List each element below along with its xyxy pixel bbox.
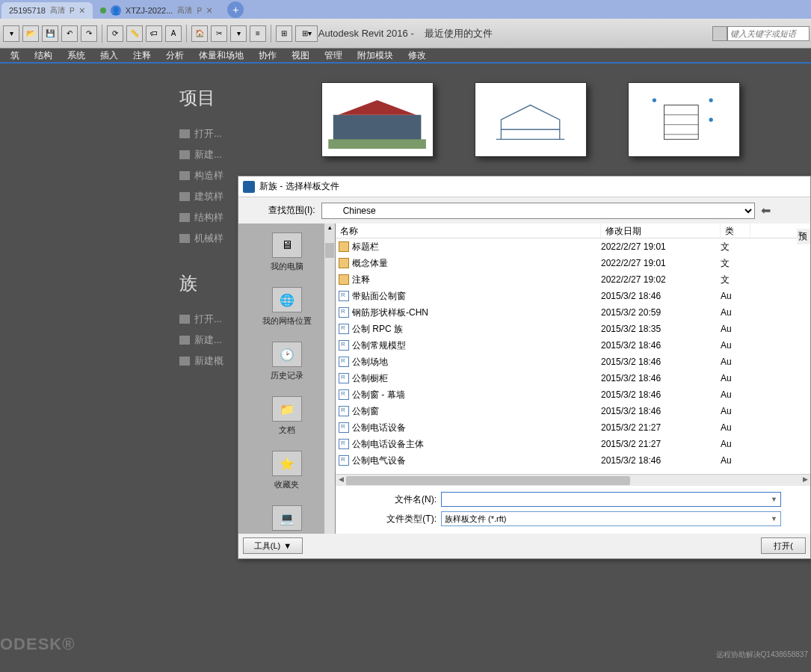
close-icon[interactable]: × [79, 4, 85, 16]
sidebar-documents[interactable]: 📁文档 [238, 387, 335, 442]
file-list: 名称 修改日期 类 标题栏2022/2/27 19:01文概念体量2022/2/… [336, 224, 810, 534]
file-row[interactable]: 公制电话设备主体2015/3/2 21:27Au [336, 436, 810, 452]
close-hidden-button[interactable]: ⊞ [276, 25, 292, 42]
file-row[interactable]: 注释2022/2/27 19:02文 [336, 271, 810, 288]
sidebar-favorites[interactable]: ⭐收藏夹 [238, 442, 335, 496]
lookup-combo[interactable]: Chinese [321, 203, 755, 219]
file-row[interactable]: 标题栏2022/2/27 19:01文 [336, 238, 810, 255]
doc-icon [179, 315, 190, 324]
app-menu-button[interactable]: ▾ [3, 25, 19, 42]
folder-icon [339, 274, 349, 285]
file-icon [339, 373, 349, 383]
footer-contact: 远程协助解决Q1438658837 [716, 650, 808, 660]
recent-thumbnails [321, 82, 740, 157]
switch-windows-button[interactable]: ⊞▾ [295, 25, 318, 42]
doc-icon [179, 357, 190, 366]
doc-icon [179, 213, 190, 222]
section-button[interactable]: ✂ [211, 25, 227, 42]
text-button[interactable]: A [165, 25, 182, 42]
browser-tab-1[interactable]: 25195718 高清 P × [1, 2, 93, 19]
column-date[interactable]: 修改日期 [601, 224, 721, 238]
ribbon-tab[interactable]: 体量和场地 [191, 48, 251, 64]
ribbon-tab[interactable]: 管理 [317, 48, 350, 64]
back-icon[interactable]: ⬅ [761, 203, 776, 218]
section-dropdown[interactable]: ▾ [230, 25, 247, 42]
sidebar-history[interactable]: 🕑历史记录 [238, 333, 335, 387]
filename-input[interactable]: ▼ [441, 492, 781, 507]
star-icon: ⭐ [272, 451, 302, 476]
close-icon[interactable]: × [206, 4, 212, 16]
filetype-select[interactable]: 族样板文件 (*.rft)▼ [441, 511, 781, 526]
column-type[interactable]: 类 [721, 224, 750, 238]
doc-icon [179, 234, 190, 243]
sidebar-scrollbar[interactable]: ▴ [324, 224, 335, 534]
open-button[interactable]: 打开( [761, 537, 806, 554]
doc-icon [179, 129, 190, 138]
thin-lines-button[interactable]: ≡ [250, 25, 266, 42]
recent-project-thumb[interactable] [628, 82, 740, 157]
file-row[interactable]: 钢筋形状样板-CHN2015/3/2 20:59Au [336, 304, 810, 321]
file-icon [339, 291, 349, 301]
ribbon-tab[interactable]: 注释 [126, 48, 158, 64]
folder-icon [339, 241, 349, 252]
file-row[interactable]: 公制电话设备2015/3/2 21:27Au [336, 419, 810, 436]
recent-project-thumb[interactable] [475, 82, 587, 157]
filetype-label: 文件类型(T): [380, 513, 437, 525]
file-row[interactable]: 概念体量2022/2/27 19:01文 [336, 255, 810, 271]
scroll-left-icon[interactable]: ◀ [336, 475, 346, 486]
chevron-down-icon[interactable]: ▼ [771, 515, 777, 523]
browser-tab-2[interactable]: XTZJ-2022... 高清 P × [93, 2, 220, 19]
ribbon-tab[interactable]: 修改 [401, 48, 434, 64]
ribbon-tab[interactable]: 筑 [3, 48, 27, 64]
open-button[interactable]: 📂 [22, 25, 39, 42]
file-row[interactable]: 公制橱柜2015/3/2 18:46Au [336, 370, 810, 386]
file-row[interactable]: 公制电气设备2015/3/2 18:46Au [336, 452, 810, 469]
file-icon [339, 340, 349, 351]
ribbon-tab[interactable]: 系统 [60, 48, 93, 64]
undo-button[interactable]: ↶ [61, 25, 78, 42]
desktop-icon: 💻 [272, 505, 302, 531]
sidebar-network[interactable]: 🌐我的网络位置 [238, 278, 335, 333]
lookup-label: 查找范围(I): [268, 204, 315, 217]
ribbon-tab[interactable]: 视图 [284, 48, 317, 64]
tag-button[interactable]: 🏷 [146, 25, 162, 42]
file-row[interactable]: 公制常规模型2015/3/2 18:46Au [336, 337, 810, 354]
file-row[interactable]: 公制场地2015/3/2 18:46Au [336, 354, 810, 370]
search-input[interactable] [727, 26, 810, 41]
ribbon-tab[interactable]: 结构 [27, 48, 60, 64]
column-name[interactable]: 名称 [336, 224, 601, 238]
status-dot-icon [100, 7, 106, 13]
file-row[interactable]: 带贴面公制窗2015/3/2 18:46Au [336, 288, 810, 304]
file-icon [339, 307, 349, 318]
scrollbar-thumb[interactable] [346, 476, 630, 485]
file-row[interactable]: 公制窗2015/3/2 18:46Au [336, 403, 810, 419]
save-button[interactable]: 💾 [42, 25, 58, 42]
revit-icon [243, 181, 255, 193]
horizontal-scrollbar[interactable]: ◀ ▶ [336, 474, 810, 486]
new-tab-button[interactable]: + [227, 1, 244, 18]
info-icon[interactable] [712, 26, 727, 41]
svg-point-11 [653, 98, 656, 102]
ribbon-tab[interactable]: 协作 [251, 48, 284, 64]
ribbon-tab[interactable]: 附加模块 [350, 48, 401, 64]
redo-button[interactable]: ↷ [81, 25, 97, 42]
file-rows: 标题栏2022/2/27 19:01文概念体量2022/2/27 19:01文注… [336, 238, 810, 474]
dialog-titlebar: 新族 - 选择样板文件 [238, 176, 810, 197]
filename-label: 文件名(N): [380, 493, 437, 506]
sidebar-my-computer[interactable]: 🖥我的电脑 [238, 224, 335, 278]
ribbon-tab[interactable]: 分析 [158, 48, 191, 64]
file-row[interactable]: 公制 RPC 族2015/3/2 18:35Au [336, 321, 810, 337]
avatar-icon [111, 5, 121, 16]
3d-view-button[interactable]: 🏠 [191, 25, 208, 42]
ribbon-tab[interactable]: 插入 [93, 48, 126, 64]
recent-project-thumb[interactable] [321, 82, 434, 157]
scroll-right-icon[interactable]: ▶ [800, 475, 810, 486]
dialog-title: 新族 - 选择样板文件 [259, 180, 339, 193]
file-row[interactable]: 公制窗 - 幕墙2015/3/2 18:46Au [336, 386, 810, 403]
file-icon [339, 455, 349, 466]
tools-button[interactable]: 工具(L) ▼ [243, 537, 303, 554]
measure-button[interactable]: 📏 [126, 25, 143, 42]
sidebar-desktop[interactable]: 💻桌面 [238, 496, 335, 534]
chevron-down-icon[interactable]: ▼ [771, 496, 777, 503]
sync-button[interactable]: ⟳ [107, 25, 123, 42]
